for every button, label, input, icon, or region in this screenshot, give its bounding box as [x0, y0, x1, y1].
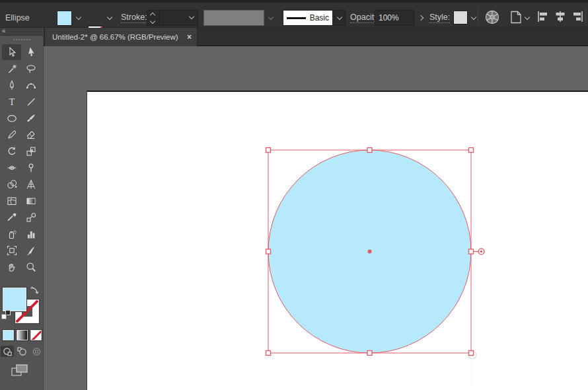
align-horizontal-right-button[interactable] [571, 11, 584, 22]
tool-mesh[interactable] [2, 193, 21, 209]
handle-bottom-right[interactable] [469, 351, 474, 356]
artboard-icon [7, 245, 17, 256]
eraser-icon [26, 130, 36, 140]
tool-direct-selection[interactable] [21, 44, 40, 60]
tool-width[interactable] [2, 160, 21, 176]
brush-definition-combo[interactable]: Basic [283, 10, 333, 26]
tool-scale[interactable] [21, 143, 40, 159]
zoom-magnifier-icon [26, 262, 36, 272]
tool-eraser[interactable] [21, 127, 40, 143]
paint-style-buttons [3, 330, 43, 340]
tool-gradient[interactable] [21, 193, 40, 209]
tab-close-button[interactable]: × [187, 32, 192, 42]
tool-eyedropper[interactable] [2, 210, 21, 225]
draw-inside-button[interactable] [30, 346, 43, 357]
cursor-ghost [468, 351, 476, 385]
tool-ellipse[interactable] [2, 110, 21, 126]
width-profile-combo [203, 10, 264, 26]
ellipse-pie-widget[interactable] [474, 249, 484, 254]
tool-zoom[interactable] [21, 259, 40, 275]
tool-blend[interactable] [21, 210, 40, 225]
tool-symbol-sprayer[interactable] [2, 226, 21, 242]
paintbrush-icon [26, 113, 36, 124]
tool-artboard[interactable] [2, 243, 21, 258]
shape-builder-icon [7, 179, 17, 190]
scale-icon [26, 146, 36, 157]
tool-pen[interactable] [2, 77, 21, 93]
chevron-down-icon [525, 14, 530, 19]
handle-bottom-center[interactable] [367, 351, 372, 356]
tool-perspective-grid[interactable] [21, 176, 40, 192]
tool-selection[interactable] [2, 44, 21, 60]
tool-paintbrush[interactable] [21, 110, 40, 126]
puppet-warp-pin-icon [26, 163, 36, 173]
align-horizontal-left-button[interactable] [536, 11, 550, 22]
selection-arrow-icon [7, 47, 17, 58]
stroke-weight-stepper[interactable] [147, 10, 158, 26]
tool-magic-wand[interactable] [2, 61, 21, 77]
selection-overlay [44, 46, 588, 390]
panel-grip[interactable] [13, 39, 30, 40]
handle-middle-right[interactable] [469, 249, 474, 254]
none-button[interactable] [30, 330, 42, 340]
fill-color-dropdown[interactable] [73, 10, 84, 26]
handle-top-right[interactable] [469, 148, 474, 153]
document-setup-dropdown[interactable] [523, 10, 531, 26]
gradient-button[interactable] [17, 330, 28, 340]
chevron-down-icon [75, 14, 81, 19]
tool-pencil[interactable] [2, 127, 21, 143]
curvature-icon [26, 80, 36, 91]
tool-slice[interactable] [21, 243, 40, 258]
magic-wand-icon [7, 63, 17, 74]
rotate-icon [7, 146, 17, 157]
align-horizontal-center-button[interactable] [554, 11, 567, 22]
style-swatch[interactable] [453, 11, 468, 24]
style-panel-link[interactable]: Style: [429, 13, 450, 23]
opacity-presets-button[interactable] [416, 10, 426, 26]
opacity-input[interactable] [375, 10, 414, 26]
draw-behind-button[interactable] [15, 346, 28, 357]
draw-normal-button[interactable] [1, 346, 14, 357]
recolor-artwork-button[interactable] [484, 9, 500, 25]
svg-text:T: T [9, 97, 15, 107]
document-setup-button[interactable] [509, 10, 523, 24]
tool-line-segment[interactable] [21, 94, 40, 110]
tool-rotate[interactable] [2, 143, 21, 159]
stroke-panel-link[interactable]: Stroke: [121, 13, 147, 23]
document-tab[interactable]: Untitled-2* @ 66.67% (RGB/Preview) × [44, 28, 198, 46]
screen-mode-button[interactable] [11, 364, 43, 380]
tool-lasso[interactable] [21, 61, 40, 77]
fill-color-swatch[interactable] [57, 11, 72, 26]
chevron-right-icon [418, 15, 423, 20]
width-profile-dropdown [265, 10, 276, 26]
default-fill-stroke-button[interactable] [1, 310, 11, 319]
ellipse-icon [7, 113, 17, 124]
stroke-weight-combo[interactable] [159, 10, 198, 26]
tool-curvature[interactable] [21, 77, 40, 93]
draw-inside-icon [32, 347, 42, 356]
swap-arrows-icon [30, 286, 40, 294]
color-button[interactable] [3, 330, 14, 340]
tool-type[interactable]: T [2, 94, 21, 110]
tool-hand[interactable] [2, 259, 21, 275]
stroke-color-dropdown[interactable] [104, 10, 115, 26]
fill-indicator[interactable] [3, 288, 26, 311]
handle-bottom-left[interactable] [266, 351, 271, 356]
illustrator-window: Ellipse Stroke: Basic Opacity: Style: [0, 0, 588, 390]
canvas-area[interactable] [44, 46, 588, 390]
mesh-icon [7, 196, 17, 206]
collapse-panel-button[interactable]: « [2, 27, 6, 35]
pencil-icon [7, 130, 17, 140]
line-segment-icon [26, 97, 36, 107]
chevron-down-icon [268, 14, 273, 19]
handle-middle-left[interactable] [266, 249, 271, 254]
handle-top-center[interactable] [367, 148, 372, 153]
tool-puppet-warp[interactable] [21, 160, 40, 176]
brush-definition-dropdown[interactable] [334, 10, 346, 26]
handle-top-left[interactable] [266, 148, 271, 153]
swap-fill-stroke-button[interactable] [30, 285, 40, 297]
color-wheel-icon [484, 9, 500, 25]
none-slash-icon [30, 330, 42, 340]
tool-column-graph[interactable] [21, 226, 40, 242]
tool-shape-builder[interactable] [2, 176, 21, 192]
